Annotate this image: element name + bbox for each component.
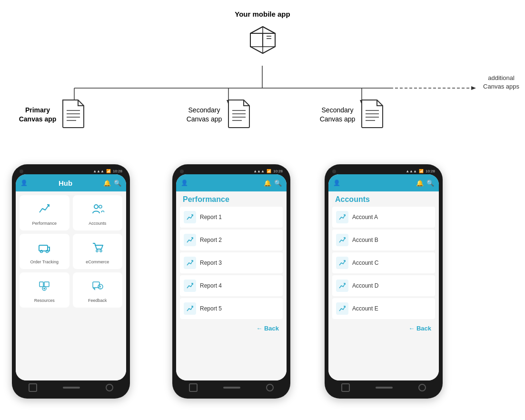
svg-point-30 — [94, 205, 98, 209]
report1-icon — [184, 211, 196, 223]
package-icon — [246, 22, 280, 58]
recents-btn-hw3 — [418, 384, 426, 391]
accountB-label: Account B — [352, 237, 378, 243]
phone1-content: Performance Accounts — [16, 191, 126, 380]
list-item-accountD[interactable]: Account D — [332, 275, 435, 296]
back-btn-hw3 — [341, 383, 350, 392]
report4-icon — [184, 280, 196, 292]
list-item-accountE[interactable]: Account E — [332, 298, 435, 319]
recents-btn-hw2 — [266, 384, 274, 391]
order-tracking-label: Order Tracking — [30, 260, 59, 264]
phone2-nav-icons: 🔔 🔍 — [264, 180, 282, 187]
order-tracking-icon — [38, 240, 51, 257]
performance-icon — [38, 202, 51, 218]
hub-tile-resources[interactable]: Resources — [20, 272, 69, 308]
svg-rect-38 — [44, 282, 49, 287]
accountA-label: Account A — [352, 214, 378, 220]
list-item-report3[interactable]: Report 3 — [180, 252, 283, 273]
report4-label: Report 4 — [200, 282, 222, 289]
package-label: Your mobile app — [235, 10, 290, 19]
svg-point-45 — [100, 288, 101, 289]
home-btn-hw2 — [223, 387, 240, 389]
phone1-nav-icons: 🔔 🔍 — [103, 180, 121, 187]
doc-primary: PrimaryCanvas app — [14, 99, 90, 130]
accountC-icon — [336, 257, 348, 269]
report2-label: Report 2 — [200, 237, 222, 243]
hub-tile-order-tracking[interactable]: Order Tracking — [20, 234, 69, 269]
list-item-report1[interactable]: Report 1 — [180, 207, 283, 228]
list-item-report2[interactable]: Report 2 — [180, 230, 283, 250]
report2-icon — [184, 234, 196, 246]
bell-icon2: 🔔 — [264, 180, 271, 187]
phone-secondary1: ▲▲▲ 📶 10:28 👤 🔔 🔍 Performance — [172, 164, 290, 399]
recents-btn-hw — [106, 384, 113, 391]
svg-point-34 — [46, 250, 49, 253]
home-btn-hw3 — [376, 387, 393, 389]
primary-doc-icon — [61, 99, 86, 130]
phone2-user-icon: 👤 — [181, 180, 188, 186]
svg-rect-37 — [40, 282, 43, 287]
list-item-accountB[interactable]: Account B — [332, 230, 435, 250]
home-btn-hw — [63, 387, 80, 389]
diagram: Your mobile app additional Canvas apps — [0, 0, 525, 420]
phone-secondary2: ▲▲▲ 📶 10:28 👤 🔔 🔍 Accounts — [325, 164, 443, 399]
list-item-report5[interactable]: Report 5 — [180, 298, 283, 319]
resources-label: Resources — [34, 298, 55, 303]
feedback-icon — [91, 279, 104, 295]
phone3-nav-icons: 🔔 🔍 — [416, 180, 434, 187]
phone2-back-btn[interactable]: ← Back — [180, 321, 283, 334]
bell-icon: 🔔 — [103, 180, 111, 187]
phone-primary: ▲▲▲ 📶 10:28 👤 Hub 🔔 🔍 — [12, 164, 130, 399]
search-icon3: 🔍 — [426, 180, 434, 187]
accountE-icon — [336, 302, 348, 315]
svg-marker-9 — [471, 86, 476, 90]
status-bar-icons2: ▲▲▲ 📶 10:28 — [253, 169, 283, 173]
accountE-label: Account E — [352, 305, 378, 312]
accounts-label: Accounts — [89, 221, 106, 226]
svg-point-31 — [99, 205, 102, 208]
svg-point-36 — [100, 250, 102, 252]
time-display: 10:28 — [113, 169, 122, 173]
secondary1-label: SecondaryCanvas app — [187, 106, 222, 124]
svg-rect-32 — [39, 245, 48, 251]
search-icon2: 🔍 — [274, 180, 282, 187]
hub-tile-accounts[interactable]: Accounts — [73, 195, 123, 230]
list-item-accountC[interactable]: Account C — [332, 252, 435, 273]
list-item-report4[interactable]: Report 4 — [180, 275, 283, 296]
doc-secondary1: SecondaryCanvas app — [181, 99, 257, 130]
phone1-user-icon: 👤 — [20, 180, 28, 186]
phone2-list-title: Performance — [180, 191, 283, 207]
camera-dot — [20, 170, 23, 173]
report5-label: Report 5 — [200, 305, 222, 312]
status-bar-icons3: ▲▲▲ 📶 10:28 — [406, 169, 435, 173]
list-item-accountA[interactable]: Account A — [332, 207, 435, 228]
feedback-label: Feedback — [88, 298, 107, 303]
svg-marker-13 — [263, 33, 275, 47]
time-display3: 10:28 — [426, 169, 435, 173]
accounts-icon — [91, 202, 104, 218]
phone3-bottom — [328, 380, 439, 394]
accountC-label: Account C — [352, 260, 378, 266]
secondary2-label: SecondaryCanvas app — [320, 106, 356, 124]
primary-label: PrimaryCanvas app — [19, 106, 57, 124]
phone3-back-btn[interactable]: ← Back — [332, 321, 435, 334]
hub-tile-performance[interactable]: Performance — [20, 195, 69, 230]
phone1-title: Hub — [59, 179, 72, 187]
back-btn-hw — [29, 383, 37, 392]
back-btn-hw2 — [189, 383, 198, 392]
phone1-screen: 👤 Hub 🔔 🔍 — [16, 174, 126, 380]
accountA-icon — [336, 211, 348, 223]
phone2-topbar: 👤 🔔 🔍 — [176, 174, 287, 191]
hub-tile-feedback[interactable]: Feedback — [73, 272, 123, 308]
accountD-icon — [336, 280, 348, 292]
report3-label: Report 3 — [200, 260, 222, 266]
hub-tile-ecommerce[interactable]: eCommerce — [73, 234, 123, 269]
search-icon: 🔍 — [114, 180, 121, 187]
svg-point-35 — [96, 250, 98, 252]
phone3-content: Accounts Account A — [328, 191, 439, 380]
camera-dot3 — [332, 170, 336, 173]
phone2-bottom — [176, 380, 287, 394]
ecommerce-icon — [91, 240, 104, 257]
ecommerce-label: eCommerce — [86, 260, 109, 264]
hub-grid: Performance Accounts — [20, 195, 122, 308]
